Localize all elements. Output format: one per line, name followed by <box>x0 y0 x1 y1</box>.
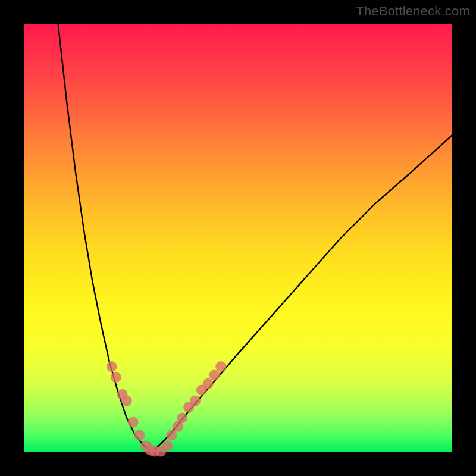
series-left-curve <box>58 24 152 452</box>
dot-dot-overlay-left <box>134 430 145 440</box>
dot-dot-overlay-right <box>215 361 226 372</box>
chart-svg <box>24 24 452 452</box>
dot-dot-overlay-right <box>190 396 201 406</box>
dot-dot-overlay-left <box>121 396 132 406</box>
dot-dot-overlay-left <box>128 417 139 428</box>
dot-dot-overlay-right <box>166 430 177 440</box>
plot-area <box>24 24 452 452</box>
curve-layer <box>58 24 452 452</box>
dot-dot-overlay-right <box>177 412 187 423</box>
dot-dot-overlay-right <box>203 378 214 389</box>
dot-dot-overlay-left <box>107 361 117 372</box>
dot-dot-overlay-right <box>209 369 220 380</box>
watermark-text: TheBottleneck.com <box>356 4 470 19</box>
dot-dot-overlay-left <box>111 372 121 383</box>
dot-dot-overlay-bottom <box>162 440 173 451</box>
chart-frame: TheBottleneck.com <box>0 0 476 476</box>
